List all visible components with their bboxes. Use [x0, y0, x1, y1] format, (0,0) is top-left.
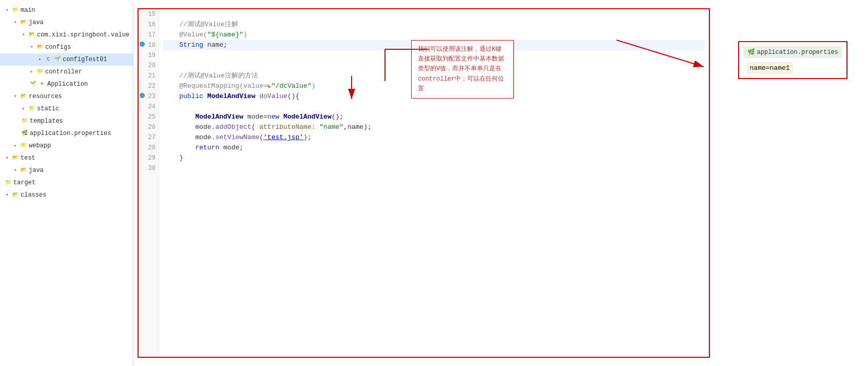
props-content: name=name1: [743, 62, 842, 74]
code-line-30: [163, 163, 705, 174]
code-editor-panel: 15 16 17 18 19 20 21 22 23 24 25 26 27 2…: [138, 8, 710, 358]
sidebar-label-main: main: [21, 5, 35, 15]
line-18: 18: [139, 40, 159, 50]
sidebar-label-templates: templates: [30, 116, 63, 126]
sidebar-item-classes[interactable]: 📂 classes: [0, 189, 133, 201]
props-header: 🌿 application.properties: [743, 46, 842, 58]
sidebar-label-resources: resources: [29, 91, 62, 102]
sidebar-item-java-test[interactable]: 📂 java: [0, 164, 133, 177]
sidebar-item-main[interactable]: 📁 main: [0, 4, 133, 16]
chevron-com: [21, 32, 27, 38]
sidebar-label-webapp: webapp: [29, 141, 51, 151]
spring-application-icon: 🌱: [29, 80, 37, 88]
folder-target-icon: 📁: [4, 179, 12, 187]
sidebar-label-test: test: [21, 153, 35, 163]
line-25: 25: [139, 112, 159, 122]
line-29: 29: [139, 153, 159, 163]
folder-main-icon: 📁: [11, 6, 20, 14]
callout-text: 我们可以使用该注解，通过K键直接获取到配置文件中基本数据类型的V值，而并不单单只…: [418, 46, 504, 92]
line-21: 21: [139, 71, 159, 81]
code-line-17: @Value("${name}"): [163, 30, 705, 40]
line-26: 26: [139, 122, 159, 132]
folder-test-icon: 📂: [11, 154, 20, 162]
sidebar-item-target[interactable]: 📁 target: [0, 177, 133, 189]
sidebar-item-com[interactable]: 📂 com.xixi.springboot.value: [0, 29, 133, 41]
sidebar-item-test[interactable]: 📂 test: [0, 152, 133, 164]
chevron-controller: [29, 69, 35, 75]
sidebar-label-classes: classes: [21, 190, 46, 200]
line-16: 16: [139, 20, 159, 30]
line-22: 22: [139, 81, 159, 91]
sidebar-label-application: Application: [47, 79, 88, 89]
class-application-icon: ☘: [38, 80, 46, 88]
chevron-configs: [29, 44, 35, 50]
code-line-27: mode.setViewName('test.jsp');: [163, 132, 705, 143]
chevron-static: [21, 106, 27, 112]
line-28: 28: [139, 143, 159, 153]
sidebar-label-target: target: [13, 178, 35, 188]
sidebar-label-com: com.xixi.springboot.value: [37, 30, 129, 40]
line-15: 15: [139, 9, 159, 20]
code-line-28: return mode;: [163, 143, 705, 153]
props-value: name=name1: [747, 63, 793, 73]
chevron-java: [12, 20, 18, 26]
right-panel: 🌿 application.properties name=name1: [714, 0, 868, 366]
props-icon: 🌿: [21, 129, 29, 138]
sidebar: 📁 main 📂 java 📂 com.xixi.springboot.valu…: [0, 0, 133, 366]
line-30: 30: [139, 163, 159, 174]
annotation-callout: 我们可以使用该注解，通过K键直接获取到配置文件中基本数据类型的V值，而并不单单只…: [411, 40, 514, 99]
line-24: 24: [139, 102, 159, 112]
chevron-java-test: [12, 167, 18, 174]
sidebar-item-templates[interactable]: 📁 templates: [0, 115, 133, 127]
props-title: application.properties: [757, 49, 838, 56]
main-container: 📁 main 📂 java 📂 com.xixi.springboot.valu…: [0, 0, 868, 366]
sidebar-label-configtest01: configTest01: [63, 54, 107, 65]
props-popup: 🌿 application.properties name=name1: [738, 41, 847, 79]
sidebar-item-static[interactable]: 📁 static: [0, 103, 133, 115]
sidebar-item-configtest01[interactable]: C 🌱 configTest01: [0, 53, 133, 66]
line-19: 19: [139, 50, 159, 61]
code-line-25: ModelAndView mode=new ModelAndView();: [163, 112, 705, 122]
folder-java-test-icon: 📂: [20, 166, 28, 175]
code-line-16: //测试@Value注解: [163, 20, 705, 30]
sidebar-label-java: java: [29, 17, 44, 28]
line-17: 17: [139, 30, 159, 40]
chevron-main: [4, 7, 10, 13]
folder-com-icon: 📂: [28, 31, 36, 39]
folder-webapp-icon: 📁: [20, 142, 28, 150]
chevron-webapp: [12, 143, 18, 149]
line-27: 27: [139, 132, 159, 143]
sidebar-item-application[interactable]: 🌱 ☘ Application: [0, 78, 133, 90]
sidebar-label-static: static: [37, 104, 59, 114]
code-line-15: [163, 9, 705, 20]
chevron-configtest01: [37, 56, 43, 63]
class-configtest01-icon: C: [44, 55, 52, 64]
folder-templates-icon: 📁: [21, 117, 29, 125]
sidebar-label-controller: controller: [45, 67, 82, 77]
sidebar-item-controller[interactable]: 📁 controller: [0, 66, 133, 78]
code-line-26: mode.addObject( attributeName: "name",na…: [163, 122, 705, 132]
sidebar-label-configs: configs: [45, 42, 71, 52]
sidebar-item-webapp[interactable]: 📁 webapp: [0, 140, 133, 152]
chevron-classes: [4, 192, 10, 198]
folder-java-icon: 📂: [20, 18, 28, 27]
chevron-test: [4, 155, 10, 161]
line-numbers: 15 16 17 18 19 20 21 22 23 24 25 26 27 2…: [139, 9, 159, 357]
spring-configtest01-icon: 🌱: [53, 55, 62, 64]
sidebar-label-java-test: java: [29, 165, 44, 176]
folder-controller-icon: 📁: [36, 68, 44, 76]
folder-classes-icon: 📂: [11, 191, 20, 199]
props-spring-icon: 🌿: [747, 48, 755, 56]
sidebar-item-appprops[interactable]: 🌿 application.properties: [0, 127, 133, 140]
folder-static-icon: 📁: [28, 105, 36, 113]
code-line-24: [163, 102, 705, 112]
code-line-29: }: [163, 153, 705, 163]
sidebar-label-appprops: application.properties: [30, 128, 111, 139]
line-20: 20: [139, 61, 159, 71]
folder-resources-icon: 📂: [20, 92, 28, 101]
sidebar-item-resources[interactable]: 📂 resources: [0, 90, 133, 103]
sidebar-item-configs[interactable]: 📂 configs: [0, 41, 133, 53]
sidebar-item-java[interactable]: 📂 java: [0, 16, 133, 29]
chevron-resources: [12, 93, 18, 100]
folder-configs-icon: 📂: [36, 43, 44, 51]
